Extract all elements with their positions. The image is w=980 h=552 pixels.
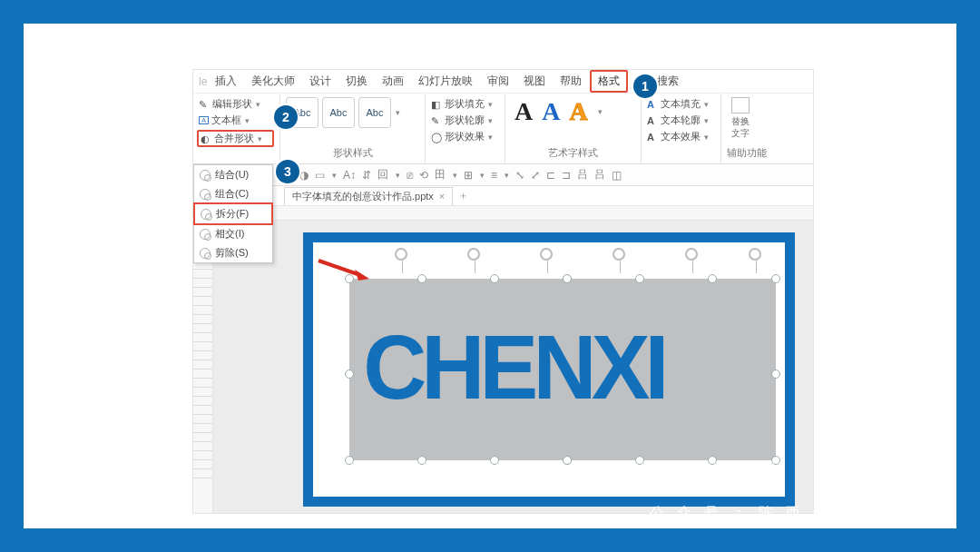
qt-icon[interactable]: ≡ bbox=[491, 169, 497, 182]
slide-page[interactable]: CHENXI bbox=[304, 233, 794, 506]
resize-handle[interactable] bbox=[771, 456, 780, 465]
menu-transition[interactable]: 切换 bbox=[339, 72, 374, 91]
badge-2: 2 bbox=[274, 105, 298, 129]
menu-slideshow[interactable]: 幻灯片放映 bbox=[412, 72, 479, 91]
shape-style-gallery[interactable]: Abc Abc Abc ▾ bbox=[286, 97, 419, 128]
text-fx-icon: A bbox=[647, 132, 658, 143]
textbox-icon: A bbox=[199, 116, 209, 124]
ribbon: ✎编辑形状▾ A文本框▾ ◐合并形状▾ Abc Abc Abc ▾ 形状样式 ◧… bbox=[193, 94, 813, 164]
text-effects-button[interactable]: A文本效果▾ bbox=[647, 130, 715, 143]
footer-credit: 公众号：陈西设计之家 bbox=[650, 504, 922, 523]
shape-effects-button[interactable]: ◯形状效果▾ bbox=[431, 130, 499, 143]
merge-intersect[interactable]: 相交(I) bbox=[194, 224, 272, 243]
selection-box[interactable]: CHENXI bbox=[349, 279, 776, 460]
merge-combine[interactable]: 组合(C) bbox=[194, 184, 272, 203]
resize-handle[interactable] bbox=[417, 456, 426, 465]
qt-icon[interactable]: ⎚ bbox=[407, 169, 413, 182]
qt-icon[interactable]: ⟲ bbox=[419, 169, 428, 182]
text-fill-button[interactable]: A文本填充▾ bbox=[647, 97, 715, 111]
merge-subtract[interactable]: 剪除(S) bbox=[194, 243, 272, 262]
ribbon-group-shape-fill: ◧形状填充▾ ✎形状轮廓▾ ◯形状效果▾ bbox=[426, 94, 505, 163]
rotate-handle[interactable] bbox=[467, 248, 480, 261]
edit-shape-button[interactable]: ✎编辑形状▾ bbox=[199, 97, 274, 111]
menu-design[interactable]: 设计 bbox=[303, 72, 338, 91]
textbox-button[interactable]: A文本框▾ bbox=[199, 113, 274, 127]
qt-icon[interactable]: 吕 bbox=[594, 167, 605, 182]
qt-icon[interactable]: 吕 bbox=[577, 167, 588, 182]
gallery-more-icon[interactable]: ▾ bbox=[396, 108, 400, 117]
text-outline-icon: A bbox=[647, 115, 658, 126]
resize-handle[interactable] bbox=[563, 456, 572, 465]
text-outline-button[interactable]: A文本轮廓▾ bbox=[647, 113, 715, 127]
outer-frame: le 插入 美化大师 设计 切换 动画 幻灯片放映 审阅 视图 帮助 格式 🔍 … bbox=[24, 24, 956, 528]
qt-icon[interactable]: ⇵ bbox=[362, 169, 371, 182]
new-tab-icon[interactable]: ＋ bbox=[458, 189, 468, 202]
qt-icon[interactable]: ⤡ bbox=[515, 169, 524, 182]
wordart-more-icon[interactable]: ▾ bbox=[598, 107, 603, 116]
canvas-area: CHENXI bbox=[193, 206, 813, 513]
merge-shapes-button[interactable]: ◐合并形状▾ bbox=[197, 130, 274, 147]
svg-marker-1 bbox=[355, 270, 369, 281]
resize-handle[interactable] bbox=[771, 274, 780, 283]
resize-handle[interactable] bbox=[490, 456, 499, 465]
resize-handle[interactable] bbox=[345, 456, 354, 465]
wordart-style-1[interactable]: A bbox=[514, 97, 533, 126]
rotate-handle[interactable] bbox=[612, 248, 625, 261]
alt-text-button[interactable]: 替换 文字 bbox=[727, 97, 754, 140]
qt-icon[interactable]: ⊞ bbox=[464, 169, 473, 182]
rotate-handle[interactable] bbox=[540, 248, 553, 261]
merge-union[interactable]: 结合(U) bbox=[194, 165, 272, 184]
qt-icon[interactable]: ◑ bbox=[299, 169, 309, 182]
qt-icon[interactable]: ▭ bbox=[315, 169, 325, 182]
resize-handle[interactable] bbox=[490, 274, 499, 283]
wordart-gallery[interactable]: A A A ▾ bbox=[511, 97, 635, 126]
shape-styles-caption: 形状样式 bbox=[286, 145, 419, 160]
combine-icon bbox=[200, 189, 211, 200]
qt-icon[interactable]: ⤢ bbox=[531, 169, 540, 182]
qt-icon[interactable]: ⊐ bbox=[562, 169, 571, 182]
document-name: 中字体填充的创意设计作品.pptx bbox=[292, 190, 434, 203]
slide-stage[interactable]: CHENXI bbox=[213, 206, 813, 513]
wordart-style-3[interactable]: A bbox=[569, 97, 587, 126]
horizontal-ruler bbox=[233, 206, 813, 221]
resize-handle[interactable] bbox=[417, 274, 426, 283]
intersect-icon bbox=[200, 229, 211, 240]
qt-icon[interactable]: A↕ bbox=[343, 169, 356, 182]
menu-view[interactable]: 视图 bbox=[517, 72, 552, 91]
rotate-handle[interactable] bbox=[749, 248, 761, 261]
ribbon-group-shapes: ✎编辑形状▾ A文本框▾ ◐合并形状▾ bbox=[193, 94, 280, 163]
qt-icon[interactable]: 回 bbox=[377, 167, 388, 182]
menu-insert[interactable]: 插入 bbox=[209, 72, 243, 91]
ribbon-group-wordart: A A A ▾ 艺术字样式 bbox=[505, 94, 642, 163]
resize-handle[interactable] bbox=[708, 456, 717, 465]
close-tab-icon[interactable]: × bbox=[439, 191, 445, 202]
resize-handle[interactable] bbox=[345, 370, 354, 379]
qt-icon[interactable]: ⊏ bbox=[546, 169, 555, 182]
qt-icon[interactable]: ◫ bbox=[612, 169, 622, 182]
shape-style-3[interactable]: Abc bbox=[358, 97, 391, 128]
rotate-handle[interactable] bbox=[395, 248, 407, 261]
menu-animation[interactable]: 动画 bbox=[376, 72, 410, 91]
shape-fill-button[interactable]: ◧形状填充▾ bbox=[431, 97, 499, 111]
menu-format[interactable]: 格式 bbox=[590, 70, 628, 93]
app-window: le 插入 美化大师 设计 切换 动画 幻灯片放映 审阅 视图 帮助 格式 🔍 … bbox=[192, 69, 814, 514]
resize-handle[interactable] bbox=[771, 370, 780, 379]
menu-beautify[interactable]: 美化大师 bbox=[245, 72, 301, 91]
menu-review[interactable]: 审阅 bbox=[481, 72, 515, 91]
resize-handle[interactable] bbox=[635, 274, 644, 283]
chenxi-text[interactable]: CHENXI bbox=[363, 315, 664, 419]
resize-handle[interactable] bbox=[635, 456, 644, 465]
wordart-style-2[interactable]: A bbox=[542, 97, 560, 126]
resize-handle[interactable] bbox=[563, 274, 572, 283]
badge-3: 3 bbox=[276, 160, 299, 183]
document-tab[interactable]: 中字体填充的创意设计作品.pptx × bbox=[284, 187, 453, 205]
fill-icon: ◧ bbox=[431, 99, 442, 110]
menu-help[interactable]: 帮助 bbox=[554, 72, 588, 91]
resize-handle[interactable] bbox=[708, 274, 717, 283]
shape-outline-button[interactable]: ✎形状轮廓▾ bbox=[431, 113, 499, 127]
accessibility-caption: 辅助功能 bbox=[727, 145, 767, 160]
rotate-handle[interactable] bbox=[685, 248, 698, 261]
merge-split[interactable]: 拆分(F) bbox=[193, 202, 273, 225]
qt-icon[interactable]: 田 bbox=[435, 167, 446, 182]
shape-style-2[interactable]: Abc bbox=[322, 97, 355, 128]
